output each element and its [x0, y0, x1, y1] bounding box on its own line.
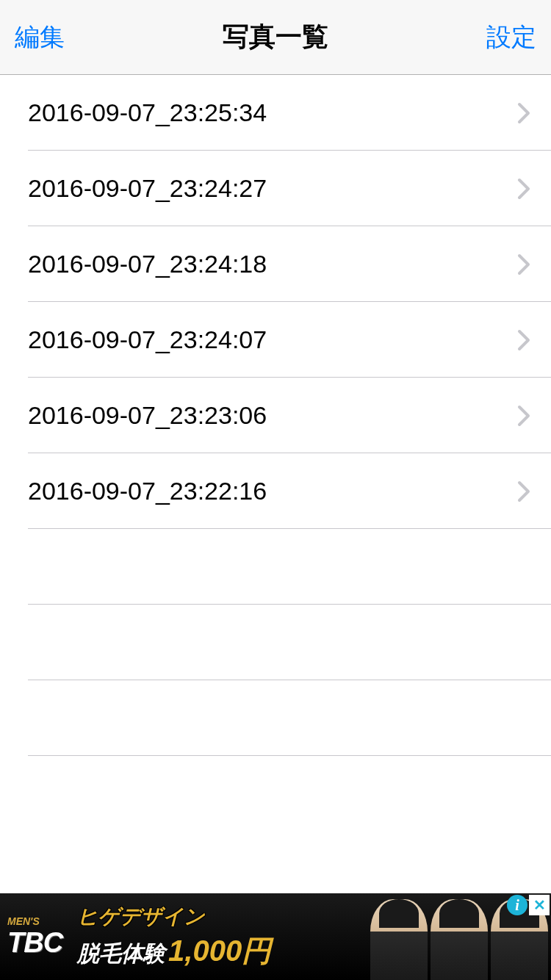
ad-banner[interactable]: MEN'S TBC ヒゲデザイン 脱毛体験 1,000円 i ✕ [0, 893, 551, 980]
list-item[interactable]: 2016-09-07_23:24:18 [0, 226, 551, 302]
ad-face-icon [370, 899, 428, 980]
chevron-right-icon [517, 480, 530, 502]
list-item-label: 2016-09-07_23:25:34 [28, 98, 267, 127]
ad-close-icon[interactable]: ✕ [529, 895, 550, 915]
settings-button[interactable]: 設定 [486, 21, 536, 54]
list-item-label: 2016-09-07_23:23:06 [28, 401, 267, 430]
ad-price: 1,000円 [168, 931, 271, 971]
list-item-label: 2016-09-07_23:24:18 [28, 250, 267, 278]
ad-headline: ヒゲデザイン [77, 903, 271, 931]
ad-brand-small: MEN'S [7, 915, 62, 927]
list-item[interactable]: 2016-09-07_23:24:27 [0, 151, 551, 226]
ad-text: ヒゲデザイン 脱毛体験 1,000円 [77, 903, 271, 971]
page-title: 写真一覧 [223, 19, 328, 55]
chevron-right-icon [517, 405, 530, 427]
list-item-empty [0, 529, 551, 605]
list-item-label: 2016-09-07_23:24:27 [28, 174, 267, 203]
ad-face-icon [431, 899, 488, 980]
ad-brand-large: TBC [7, 927, 62, 959]
list-item-label: 2016-09-07_23:22:16 [28, 477, 267, 505]
list-item[interactable]: 2016-09-07_23:25:34 [0, 75, 551, 151]
list-item-empty [0, 605, 551, 680]
ad-brand: MEN'S TBC [7, 915, 62, 959]
chevron-right-icon [517, 329, 530, 351]
list-item[interactable]: 2016-09-07_23:22:16 [0, 453, 551, 529]
ad-content: MEN'S TBC ヒゲデザイン 脱毛体験 1,000円 [0, 893, 370, 980]
chevron-right-icon [517, 178, 530, 200]
list-item-label: 2016-09-07_23:24:07 [28, 325, 267, 354]
list-item[interactable]: 2016-09-07_23:24:07 [0, 302, 551, 378]
photo-list: 2016-09-07_23:25:34 2016-09-07_23:24:27 … [0, 75, 551, 756]
list-item[interactable]: 2016-09-07_23:23:06 [0, 378, 551, 453]
ad-info-icon[interactable]: i [507, 895, 527, 915]
edit-button[interactable]: 編集 [15, 21, 65, 54]
chevron-right-icon [517, 102, 530, 124]
chevron-right-icon [517, 253, 530, 275]
list-item-empty [0, 680, 551, 756]
ad-controls: i ✕ [507, 895, 550, 915]
navbar: 編集 写真一覧 設定 [0, 0, 551, 75]
ad-subtext: 脱毛体験 [77, 939, 165, 969]
